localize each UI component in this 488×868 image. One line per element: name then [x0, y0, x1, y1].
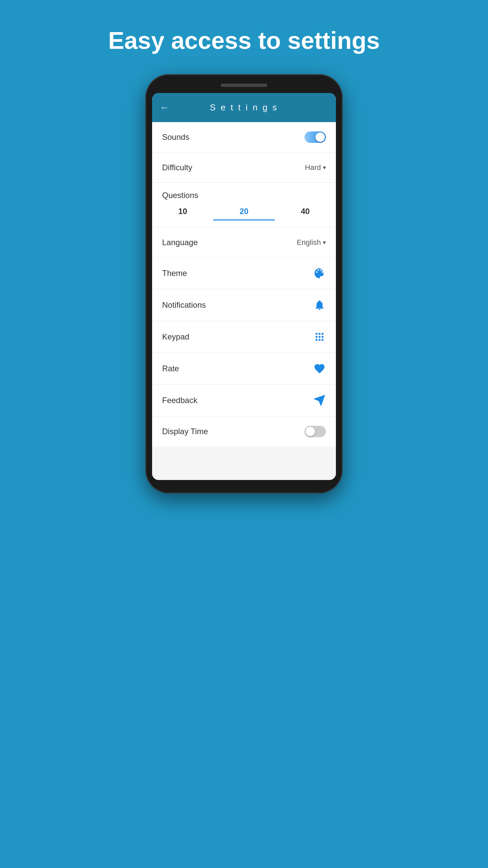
questions-section: Questions 10 20 40: [152, 183, 336, 227]
notifications-icon: [313, 299, 326, 311]
theme-icon: [313, 267, 326, 280]
rate-row[interactable]: Rate: [152, 353, 336, 385]
svg-point-5: [322, 336, 324, 338]
app-bar-title: S e t t i n g s: [210, 102, 279, 113]
difficulty-dropdown[interactable]: Hard ▾: [305, 163, 326, 172]
theme-row[interactable]: Theme: [152, 257, 336, 289]
page-title: Easy access to settings: [108, 27, 380, 54]
notifications-row[interactable]: Notifications: [152, 289, 336, 321]
rate-icon: [313, 362, 326, 375]
bottom-spacer: [152, 446, 336, 480]
svg-point-8: [322, 339, 324, 341]
questions-options: 10 20 40: [152, 204, 336, 227]
difficulty-row: Difficulty Hard ▾: [152, 153, 336, 183]
keypad-row[interactable]: Keypad: [152, 321, 336, 353]
svg-point-2: [322, 333, 324, 335]
svg-point-1: [319, 333, 321, 335]
svg-point-0: [316, 333, 318, 335]
language-value: English: [297, 238, 321, 247]
app-bar: ← S e t t i n g s: [152, 93, 336, 122]
display-time-label: Display Time: [162, 427, 208, 436]
feedback-row[interactable]: Feedback: [152, 385, 336, 416]
rate-label: Rate: [162, 364, 179, 373]
sounds-row: Sounds: [152, 122, 336, 153]
phone-shell: ← S e t t i n g s Sounds Difficulty Hard…: [145, 74, 343, 493]
settings-list: Sounds Difficulty Hard ▾ Questions 10 20: [152, 122, 336, 446]
feedback-label: Feedback: [162, 396, 197, 405]
svg-point-7: [319, 339, 321, 341]
language-row: Language English ▾: [152, 227, 336, 257]
difficulty-label: Difficulty: [162, 163, 192, 172]
language-label: Language: [162, 238, 198, 247]
phone-speaker: [221, 84, 267, 87]
difficulty-arrow: ▾: [323, 164, 326, 171]
difficulty-value: Hard: [305, 163, 321, 172]
feedback-icon: [313, 394, 326, 407]
toggle-knob-sounds: [316, 132, 325, 142]
keypad-label: Keypad: [162, 332, 189, 342]
language-arrow: ▾: [323, 239, 326, 246]
keypad-icon: [313, 331, 326, 343]
phone-screen: ← S e t t i n g s Sounds Difficulty Hard…: [152, 93, 336, 480]
svg-point-4: [319, 336, 321, 338]
svg-point-3: [316, 336, 318, 338]
sounds-label: Sounds: [162, 132, 189, 142]
back-button[interactable]: ←: [160, 102, 169, 113]
sounds-toggle[interactable]: [304, 131, 326, 143]
theme-label: Theme: [162, 269, 187, 278]
language-dropdown[interactable]: English ▾: [297, 238, 326, 247]
display-time-row: Display Time: [152, 416, 336, 446]
notifications-label: Notifications: [162, 300, 206, 310]
question-option-10[interactable]: 10: [152, 207, 213, 220]
question-option-20[interactable]: 20: [213, 207, 274, 220]
display-time-toggle[interactable]: [304, 426, 326, 437]
toggle-knob-display-time: [305, 427, 315, 436]
svg-point-6: [316, 339, 318, 341]
questions-label: Questions: [152, 183, 336, 204]
question-option-40[interactable]: 40: [275, 207, 336, 220]
